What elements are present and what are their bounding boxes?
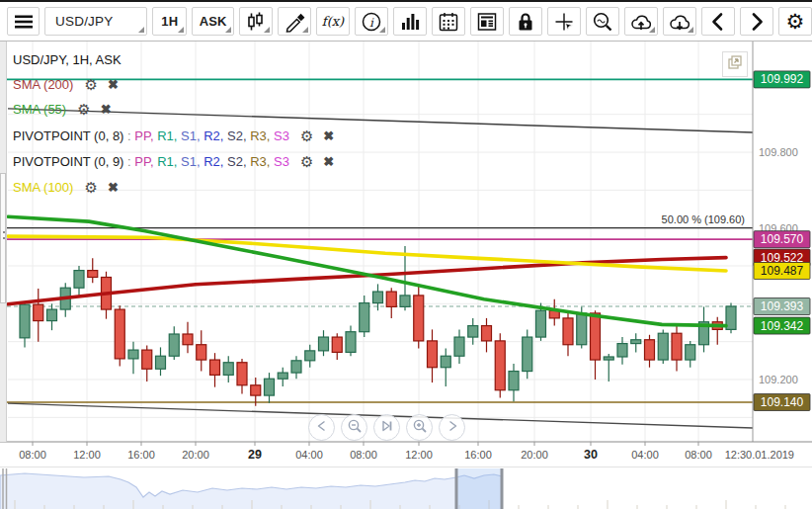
svg-text:i: i <box>369 15 374 29</box>
price-type-select[interactable]: ASK <box>192 7 234 36</box>
gear-icon[interactable]: ⚙ <box>77 102 90 117</box>
candle <box>34 289 43 342</box>
gear-icon[interactable]: ⚙ <box>84 77 97 92</box>
price-badge: 109.342 <box>754 317 810 334</box>
zoom-out-button[interactable] <box>341 414 367 441</box>
candlestick-button[interactable] <box>239 7 273 36</box>
price-tick-label: 109.800 <box>759 146 798 158</box>
navigator-selection[interactable] <box>456 468 502 509</box>
expand-chart-button[interactable] <box>722 51 748 77</box>
candle <box>156 347 166 376</box>
price-badge: 109.570 <box>754 231 810 248</box>
navigator-selection-handle[interactable] <box>501 468 504 509</box>
candle <box>604 354 613 382</box>
legend-row: PIVOTPOINT (0, 9) : PP, R1, S1, R2, S2, … <box>13 151 334 171</box>
volume-bars-button[interactable] <box>393 7 427 36</box>
candle <box>305 345 315 368</box>
pivot-level-label: S1, <box>177 154 200 169</box>
candle <box>549 299 559 326</box>
chevron-down-icon <box>688 27 693 33</box>
scrollbar-thumb[interactable] <box>0 173 6 303</box>
calendar-button[interactable] <box>432 7 465 36</box>
zoom-out-icon <box>346 417 364 439</box>
indicator-label: SMA (55) <box>13 102 66 117</box>
time-tick-label: 12:00 <box>405 449 433 461</box>
price-chart: 50.00 % (109.60)109.800109.600109.200109… <box>0 42 812 467</box>
skip-to-end-button[interactable] <box>373 414 400 441</box>
time-tick-label: 16:00 <box>127 449 155 461</box>
legend-row: SMA (100)⚙✖ <box>13 177 119 197</box>
step-forward-icon <box>444 417 461 439</box>
function-button[interactable]: f(x) <box>316 7 350 36</box>
candle <box>237 359 247 394</box>
candle <box>115 305 124 366</box>
time-tick-label: 16:00 <box>464 449 492 461</box>
pivot-level-label: R1, <box>154 128 178 143</box>
candle <box>265 373 275 403</box>
cloud-upload-button[interactable] <box>624 7 658 36</box>
close-icon[interactable]: ✖ <box>323 129 334 142</box>
chart-area: 50.00 % (109.60)109.800109.600109.200109… <box>0 42 812 467</box>
settings-gear-button[interactable]: ⚙ <box>778 7 812 36</box>
pivot-level-label: PP, <box>134 128 153 143</box>
range-navigator[interactable] <box>0 467 812 509</box>
interval-label: 1H <box>161 14 178 29</box>
legend-row: SMA (200)⚙✖ <box>13 74 119 94</box>
close-icon[interactable]: ✖ <box>108 181 119 194</box>
pivot-level-label: R1, <box>154 154 178 169</box>
step-back-button[interactable] <box>308 414 335 441</box>
candle <box>88 258 98 283</box>
candle <box>142 345 152 381</box>
time-tick-label: 20:00 <box>182 449 209 461</box>
vertical-scrollbar[interactable] <box>0 42 7 442</box>
candle <box>495 333 505 397</box>
pivot-level-label: PP, <box>134 154 153 169</box>
time-tick-label: 04:00 <box>295 449 323 461</box>
step-forward-button[interactable] <box>439 414 465 441</box>
chevron-down-icon <box>225 27 231 33</box>
zoom-search-button[interactable] <box>586 7 619 36</box>
chevron-down-icon <box>649 27 655 33</box>
news-button[interactable] <box>470 7 504 36</box>
candle <box>210 353 220 386</box>
chevron-left-button[interactable] <box>701 7 735 36</box>
pivot-level-label: R3, <box>247 154 271 169</box>
indicator-label: PIVOTPOINT (0, 9) <box>13 154 123 169</box>
chevron-right-button[interactable] <box>740 7 773 36</box>
close-icon[interactable]: ✖ <box>323 155 334 168</box>
symbol-label: USD/JPY <box>55 14 113 29</box>
candle <box>468 318 478 345</box>
crosshair-button[interactable] <box>547 7 581 36</box>
menu-button[interactable] <box>7 7 40 36</box>
lock-button[interactable] <box>509 7 542 36</box>
draw-button[interactable] <box>278 7 311 36</box>
candle <box>223 356 233 382</box>
navigator-selection-handle[interactable] <box>455 468 458 509</box>
close-icon[interactable]: ✖ <box>108 78 119 91</box>
cloud-download-button[interactable] <box>663 7 696 36</box>
interval-select[interactable]: 1H <box>152 7 187 36</box>
close-icon[interactable]: ✖ <box>101 103 112 116</box>
gear-icon[interactable]: ⚙ <box>84 180 97 195</box>
legend-row: PIVOTPOINT (0, 8) : PP, R1, S1, R2, S2, … <box>13 126 334 145</box>
price-badge: 109.393 <box>754 298 810 315</box>
time-tick-label: 08:00 <box>685 449 712 461</box>
chevron-down-icon <box>302 27 308 33</box>
indicator-label: SMA (200) <box>13 77 73 92</box>
chevron-down-icon <box>178 27 184 33</box>
gear-icon[interactable]: ⚙ <box>300 154 313 169</box>
zoom-in-button[interactable] <box>406 414 433 441</box>
gear-icon[interactable]: ⚙ <box>300 128 313 143</box>
pivot-level-label: : <box>123 128 134 143</box>
chevron-down-icon <box>379 27 385 33</box>
candle <box>631 333 641 352</box>
volume-bars-icon <box>398 10 422 34</box>
info-button[interactable]: i <box>355 7 388 36</box>
candle <box>197 330 206 371</box>
trading-chart-app: USD/JPY 1H ASK f(x)i⚙ 50.00 % (109.60)10… <box>0 0 812 509</box>
symbol-select[interactable]: USD/JPY <box>44 7 147 36</box>
crosshair-icon <box>552 10 576 34</box>
candle <box>414 286 424 349</box>
pivot-level-label: S3 <box>270 154 289 169</box>
candle <box>386 288 396 318</box>
